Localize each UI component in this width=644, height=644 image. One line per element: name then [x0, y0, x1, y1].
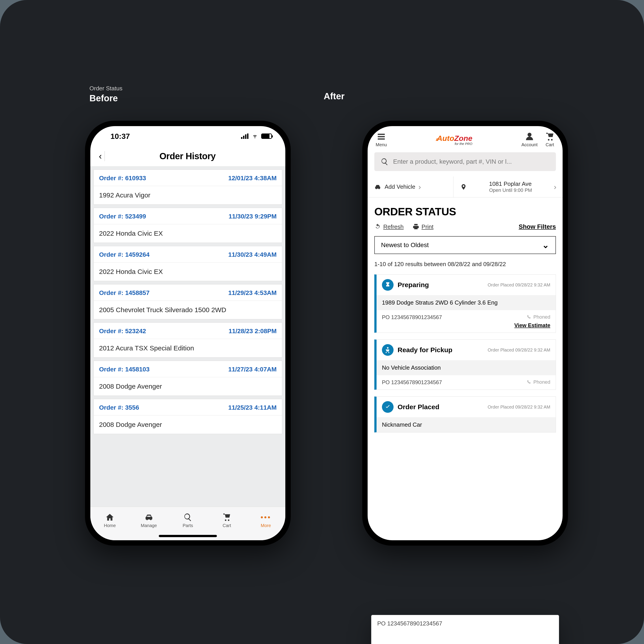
refresh-icon: [374, 223, 381, 230]
home-icon: [105, 513, 114, 522]
search-icon: [381, 158, 389, 166]
account-icon: [525, 132, 534, 141]
order-number: Order #: 523499: [99, 213, 146, 220]
order-vehicle: 2012 Acura TSX Special Edition: [94, 339, 282, 357]
tab-cart[interactable]: Cart: [207, 507, 246, 534]
cart-button[interactable]: Cart: [545, 132, 555, 147]
vehicle-label: Nicknamed Car: [377, 417, 556, 432]
wifi-icon: [252, 134, 258, 139]
order-number: Order #: 3556: [99, 404, 139, 411]
results-count: 1-10 of 120 results between 08/28/22 and…: [368, 254, 563, 274]
order-history-list[interactable]: Order #: 610933 12/01/23 4:38AM 1992 Acu…: [90, 166, 285, 507]
order-card[interactable]: Order #: 523242 11/28/23 2:08PM 2012 Acu…: [93, 322, 282, 358]
status-label: Ready for Pickup: [398, 346, 452, 354]
refresh-button[interactable]: Refresh: [374, 223, 404, 230]
car-icon: [144, 513, 153, 522]
action-row: Refresh Print Show Filters: [368, 223, 563, 236]
add-vehicle-button[interactable]: Add Vehicle ›: [368, 176, 453, 197]
cart-icon: [222, 513, 231, 522]
store-selector[interactable]: 1081 Poplar Ave Open Until 9:00 PM ›: [453, 176, 563, 197]
order-card[interactable]: Order #: 1458103 11/27/23 4:07AM 2008 Do…: [93, 361, 282, 396]
tab-home[interactable]: Home: [90, 507, 129, 534]
statusbar-time: 10:37: [110, 132, 130, 141]
label-eyebrow: Order Status: [89, 85, 122, 92]
tab-parts[interactable]: Parts: [168, 507, 207, 534]
print-icon: [413, 223, 419, 230]
order-vehicle: 2008 Dodge Avenger: [94, 415, 282, 434]
cart-icon: [545, 132, 555, 141]
label-before: Before: [89, 93, 122, 103]
hourglass-icon: [382, 279, 394, 291]
order-card[interactable]: Order #: 1459264 11/30/23 4:49AM 2022 Ho…: [93, 246, 282, 281]
search-input[interactable]: [393, 158, 550, 165]
check-icon: [382, 401, 394, 413]
menu-button[interactable]: Menu: [376, 132, 387, 147]
order-card[interactable]: Order #: 610933 12/01/23 4:38AM 1992 Acu…: [93, 169, 282, 205]
order-card[interactable]: Order #: 3556 11/25/23 4:11AM 2008 Dodge…: [93, 399, 282, 434]
cart-person-icon: [382, 344, 394, 356]
tab-manage[interactable]: Manage: [129, 507, 168, 534]
hamburger-icon: [377, 132, 386, 141]
order-vehicle: 2022 Honda Civic EX: [94, 224, 282, 243]
po-number: PO 12345678901234567: [382, 314, 442, 320]
phone-icon: [527, 380, 532, 385]
chevron-down-icon: ⌄: [542, 240, 549, 250]
order-number: Order #: 1458857: [99, 289, 150, 297]
order-timestamp: 11/27/23 4:07AM: [228, 366, 277, 373]
status-card[interactable]: Order Placed Order Placed 09/28/22 9:32 …: [374, 396, 556, 432]
account-button[interactable]: Account: [521, 132, 538, 147]
car-icon: [374, 184, 381, 190]
cellular-icon: [241, 133, 249, 139]
order-timestamp: 12/01/23 4:38AM: [228, 175, 277, 182]
tab-bar: Home Manage Parts Cart ••• More: [90, 507, 285, 540]
status-card[interactable]: Preparing Order Placed 09/28/22 9:32 AM …: [374, 274, 556, 333]
order-vehicle: 2005 Chevrolet Truck Silverado 1500 2WD: [94, 301, 282, 319]
status-label: Preparing: [398, 281, 429, 289]
sort-select[interactable]: Newest to Oldest ⌄: [374, 236, 556, 254]
phone-icon: [527, 315, 532, 320]
print-button[interactable]: Print: [413, 223, 433, 230]
label-after: After: [324, 91, 344, 101]
order-vehicle: 2022 Honda Civic EX: [94, 263, 282, 281]
page-title: ORDER STATUS: [368, 197, 563, 223]
tab-more[interactable]: ••• More: [246, 507, 285, 534]
back-button[interactable]: ‹: [99, 151, 105, 161]
order-card[interactable]: Order #: 1458857 11/29/23 4:53AM 2005 Ch…: [93, 284, 282, 319]
nav-row: ‹ Order History: [90, 146, 285, 166]
home-indicator: [159, 535, 217, 537]
phone-before: 10:37 ‹ Order History Order #: 610933 12…: [85, 121, 291, 546]
order-number: Order #: 610933: [99, 175, 146, 182]
autozone-logo[interactable]: ///AutoZone for the PRO: [436, 134, 472, 146]
show-filters-button[interactable]: Show Filters: [519, 223, 556, 230]
order-vehicle: 2008 Dodge Avenger: [94, 377, 282, 396]
battery-icon: [261, 133, 272, 139]
order-timestamp: 11/30/23 4:49AM: [228, 251, 277, 258]
po-number: PO 12345678901234567: [382, 379, 442, 386]
teaser-card: PO 12345678901234567: [371, 615, 559, 644]
vehicle-label: 1989 Dodge Stratus 2WD 6 Cylinder 3.6 En…: [377, 295, 556, 310]
status-bar: 10:37: [90, 126, 285, 146]
order-card[interactable]: Order #: 523499 11/30/23 9:29PM 2022 Hon…: [93, 208, 282, 243]
status-card[interactable]: Ready for Pickup Order Placed 09/28/22 9…: [374, 339, 556, 390]
location-row: Add Vehicle › 1081 Poplar Ave Open Until…: [368, 176, 563, 197]
phone-after: Menu ///AutoZone for the PRO Account Car…: [362, 121, 568, 546]
vehicle-label: No Vehicle Association: [377, 360, 556, 375]
chevron-right-icon: ›: [418, 182, 421, 191]
search-icon: [183, 513, 192, 522]
status-label: Order Placed: [398, 403, 439, 411]
app-header: Menu ///AutoZone for the PRO Account Car…: [368, 126, 563, 152]
page-title: Order History: [105, 151, 270, 161]
order-timestamp: 11/29/23 4:53AM: [228, 289, 277, 297]
order-timestamp: 11/30/23 9:29PM: [229, 213, 277, 220]
placed-timestamp: Order Placed 09/28/22 9:32 AM: [488, 347, 550, 353]
order-number: Order #: 1459264: [99, 251, 150, 258]
chevron-right-icon: ›: [554, 182, 556, 191]
placed-timestamp: Order Placed 09/28/22 9:32 AM: [488, 282, 550, 288]
order-number: Order #: 1458103: [99, 366, 150, 373]
order-number: Order #: 523242: [99, 328, 146, 335]
order-timestamp: 11/25/23 4:11AM: [228, 404, 277, 411]
phoned-label: Phoned: [527, 379, 550, 385]
view-estimate-link[interactable]: View Estimate: [514, 322, 550, 328]
more-icon: •••: [261, 513, 271, 522]
search-bar[interactable]: [374, 152, 556, 171]
